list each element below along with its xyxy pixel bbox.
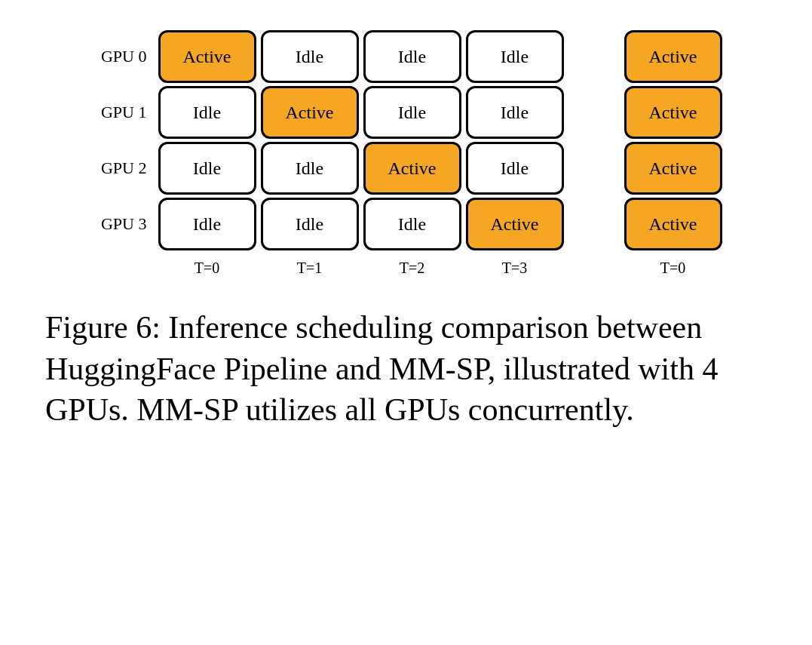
gpu-row-1: GPU 1IdleActiveIdleIdleActive	[90, 86, 722, 139]
hf-cells-gpu-0: ActiveIdleIdleIdle	[158, 30, 564, 83]
hf-cells-gpu-1: IdleActiveIdleIdle	[158, 86, 564, 139]
mmsp-cells-gpu-0: Active	[624, 30, 722, 83]
grid-area: GPU 0ActiveIdleIdleIdleActiveGPU 1IdleAc…	[30, 30, 782, 253]
hf-time-labels: T=0T=1T=2T=3	[158, 260, 564, 277]
hf-cell-gpu2-t2: Active	[363, 142, 461, 195]
hf-cell-gpu1-t1: Active	[261, 86, 359, 139]
mmsp-cell-gpu1-t0: Active	[624, 86, 722, 139]
hf-cell-gpu0-t1: Idle	[261, 30, 359, 83]
mmsp-cell-gpu2-t0: Active	[624, 142, 722, 195]
mmsp-time-label-0: T=0	[624, 260, 722, 277]
gpu-label-0: GPU 0	[90, 47, 147, 66]
hf-cell-gpu1-t2: Idle	[363, 86, 461, 139]
hf-cell-gpu3-t3: Active	[466, 198, 564, 250]
gpu-label-2: GPU 2	[90, 158, 147, 178]
hf-time-label-0: T=0	[158, 260, 256, 277]
hf-cell-gpu0-t2: Idle	[363, 30, 461, 83]
mmsp-cells-gpu-1: Active	[624, 86, 722, 139]
hf-cell-gpu0-t3: Idle	[466, 30, 564, 83]
hf-cell-gpu2-t3: Idle	[466, 142, 564, 195]
hf-cell-gpu1-t0: Idle	[158, 86, 256, 139]
hf-cells-gpu-2: IdleIdleActiveIdle	[158, 142, 564, 195]
caption-text: Figure 6: Inference scheduling compariso…	[45, 307, 767, 431]
hf-cell-gpu3-t1: Idle	[261, 198, 359, 250]
gpu-row-3: GPU 3IdleIdleIdleActiveActive	[90, 198, 722, 250]
mmsp-cell-gpu0-t0: Active	[624, 30, 722, 83]
hf-cell-gpu3-t0: Idle	[158, 198, 256, 250]
hf-time-label-1: T=1	[261, 260, 359, 277]
mmsp-cells-gpu-3: Active	[624, 198, 722, 250]
hf-cell-gpu3-t2: Idle	[363, 198, 461, 250]
gpu-label-3: GPU 3	[90, 214, 147, 234]
hf-cells-gpu-3: IdleIdleIdleActive	[158, 198, 564, 250]
gpu-label-1: GPU 1	[90, 103, 147, 122]
hf-cell-gpu1-t3: Idle	[466, 86, 564, 139]
gpu-row-0: GPU 0ActiveIdleIdleIdleActive	[90, 30, 722, 83]
mmsp-cells-gpu-2: Active	[624, 142, 722, 195]
hf-cell-gpu2-t0: Idle	[158, 142, 256, 195]
hf-cell-gpu0-t0: Active	[158, 30, 256, 83]
gpu-row-2: GPU 2IdleIdleActiveIdleActive	[90, 142, 722, 195]
figure-caption: Figure 6: Inference scheduling compariso…	[30, 307, 782, 431]
time-labels-row: T=0T=1T=2T=3T=0	[90, 260, 722, 277]
mmsp-time-labels: T=0	[624, 260, 722, 277]
mmsp-cell-gpu3-t0: Active	[624, 198, 722, 250]
diagram-section: GPU 0ActiveIdleIdleIdleActiveGPU 1IdleAc…	[30, 23, 782, 277]
hf-time-label-3: T=3	[466, 260, 564, 277]
hf-time-label-2: T=2	[363, 260, 461, 277]
hf-cell-gpu2-t1: Idle	[261, 142, 359, 195]
